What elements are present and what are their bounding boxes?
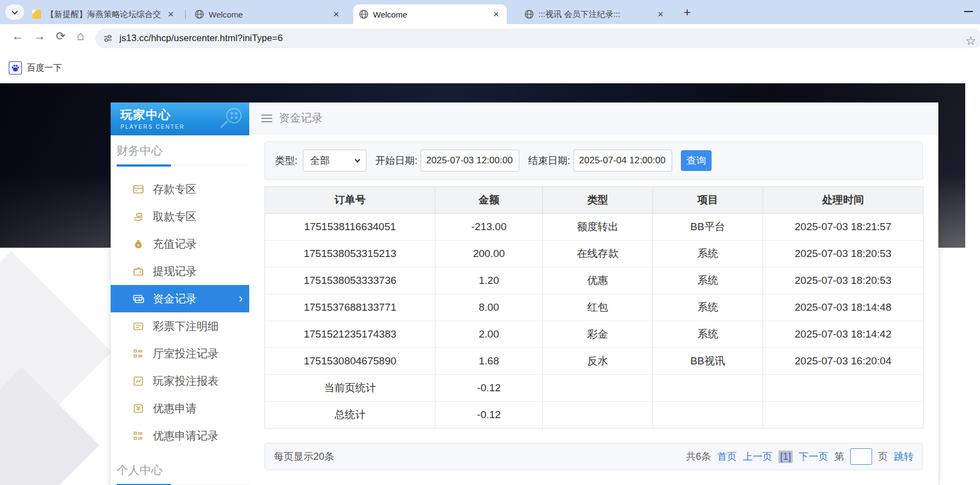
browser-tab-1[interactable]: 【新提醒】海燕策略论坛综合交 × [26,4,181,24]
browser-tab-strip: 【新提醒】海燕策略论坛综合交 × Welcome × Welcome × :::… [0,0,980,24]
page-title: 资金记录 [279,111,323,125]
sidebar-item-promo-apply[interactable]: 优惠申请 [111,395,249,422]
cell-empty [763,375,924,402]
tab-close-icon[interactable]: × [165,9,176,20]
tab-title: Welcome [209,10,326,19]
page-jump-input[interactable] [850,448,872,465]
cell-amount: 8.00 [435,294,543,321]
site-settings-icon[interactable] [103,33,113,43]
col-type: 类型 [543,187,653,214]
cell-project: 系统 [653,294,763,321]
cell-order-id: 1751537688133771 [265,294,435,321]
address-bar[interactable]: js13.cc/hhcp/usercenter.html?iniType=6 ☆ [95,28,980,48]
browser-tab-2[interactable]: Welcome × [189,4,347,24]
table-row: 1751537688133771 8.00 红包 系统 2025-07-03 1… [265,294,924,321]
cell-project: BB平台 [653,214,763,241]
cell-project: 系统 [653,267,763,294]
jump-button[interactable]: 跳转 [894,450,914,463]
sidebar-item-lottery-bet-details[interactable]: 彩票下注明细 [111,312,249,340]
tab-title: Welcome [373,10,486,19]
sidebar-item-recharge-records[interactable]: ¥ 充值记录 [111,230,249,258]
end-date-input[interactable] [574,150,672,172]
section-rule [111,165,249,167]
deposit-card-icon [133,184,144,195]
sidebar: 玩家中心 PLAYERS CENTER 财务中心 存款专区 取款 [111,102,249,485]
hamburger-icon[interactable] [261,112,272,124]
cell-type: 额度转出 [543,214,653,241]
back-button[interactable]: ← [12,30,24,43]
cell-type: 优惠 [543,267,653,294]
prev-page-link[interactable]: 上一页 [743,450,772,463]
pagination-bar: 每页显示20条 共6条 首页 上一页 [1] 下一页 第 页 跳转 [265,443,923,470]
sidebar-item-label: 资金记录 [153,292,197,306]
first-page-link[interactable]: 首页 [717,450,737,463]
forward-button[interactable]: → [34,30,45,43]
sidebar-item-withdrawal-records[interactable]: 提现记录 [111,258,249,285]
sidebar-item-promo-apply-records[interactable]: 优惠申请记录 [111,422,249,449]
sidebar-item-label: 优惠申请 [153,401,197,416]
query-button[interactable]: 查询 [681,150,712,171]
bookmark-star-icon[interactable]: ☆ [965,34,976,48]
table-row-page-summary: 当前页统计 -0.12 [265,375,924,402]
current-page-indicator: [1] [778,450,793,463]
chevron-down-icon [355,157,360,163]
table-row: 1751538116634051 -213.00 额度转出 BB平台 2025-… [265,214,924,241]
col-process-time: 处理时间 [763,187,924,214]
sidebar-item-hall-bet-records[interactable]: 厅室投注记录 [111,340,249,367]
table-row: 1751538053315213 200.00 在线存款 系统 2025-07-… [265,241,924,267]
cell-time: 2025-07-03 18:14:42 [763,321,924,348]
cell-order-id: 1751521235174383 [265,321,435,348]
start-date-input[interactable] [421,150,519,172]
tab-close-icon[interactable]: × [491,9,501,20]
chevron-right-icon: › [239,292,243,306]
table-header-row: 订单号 金额 类型 项目 处理时间 [265,187,924,214]
list-icon [133,348,144,360]
cell-project: 系统 [653,321,763,348]
chart-report-icon [133,375,144,387]
cell-order-id: 1751530804675890 [265,348,435,375]
tab-search-button[interactable] [5,4,24,20]
table-row-total-summary: 总统计 -0.12 [265,402,924,429]
cell-time: 2025-07-03 18:20:53 [763,267,924,294]
cell-time: 2025-07-03 16:20:04 [763,348,924,375]
browser-tab-4[interactable]: :::视讯 会员下注纪录::: × [519,4,671,24]
cell-summary-label: 总统计 [265,402,435,429]
tab-close-icon[interactable]: × [331,9,341,20]
cell-type: 红包 [543,294,653,321]
sidebar-item-withdraw-zone[interactable]: 取款专区 [111,203,249,230]
sidebar-item-deposit-zone[interactable]: 存款专区 [111,175,249,203]
banknotes-icon [133,293,144,305]
sidebar-item-funds-records[interactable]: 资金记录 › [111,285,249,312]
list-icon [133,430,144,442]
tab-close-icon[interactable]: × [655,9,666,20]
globe-favicon [194,9,204,19]
next-page-link[interactable]: 下一页 [799,450,828,463]
funds-record-table: 订单号 金额 类型 项目 处理时间 1751538116634051 -213.… [265,186,924,429]
bookmark-baidu[interactable]: 百度一下 [27,62,62,74]
col-amount: 金额 [435,187,543,214]
tab-title: 【新提醒】海燕策略论坛综合交 [46,9,161,20]
reload-button[interactable]: ⟳ [56,30,66,43]
window-minimize-button[interactable] [964,11,973,12]
section-title-finance: 财务中心 [111,135,249,158]
new-tab-button[interactable]: + [684,5,691,20]
sidebar-item-player-bet-report[interactable]: 玩家投注报表 [111,367,249,395]
type-select-value: 全部 [310,154,330,167]
cell-amount: 1.20 [435,267,543,294]
col-order-id: 订单号 [265,187,435,214]
type-select[interactable]: 全部 [303,150,366,172]
cell-amount: 1.68 [435,348,543,375]
cell-time: 2025-07-03 18:14:48 [763,294,924,321]
browser-tab-3-active[interactable]: Welcome × [353,4,507,24]
sidebar-menu: 存款专区 取款专区 ¥ 充值记录 提现记录 资金记录 › [111,175,249,449]
sidebar-item-label: 厅室投注记录 [153,346,219,361]
cell-empty [543,402,653,429]
home-button[interactable]: ⌂ [77,28,84,43]
url-text[interactable]: js13.cc/hhcp/usercenter.html?iniType=6 [119,33,283,44]
cell-project: BB视讯 [653,348,763,375]
sidebar-item-label: 存款专区 [153,182,197,197]
cell-summary-label: 当前页统计 [265,375,435,402]
sidebar-item-label: 充值记录 [153,237,197,252]
cell-empty [763,402,924,429]
svg-text:¥: ¥ [137,243,140,247]
